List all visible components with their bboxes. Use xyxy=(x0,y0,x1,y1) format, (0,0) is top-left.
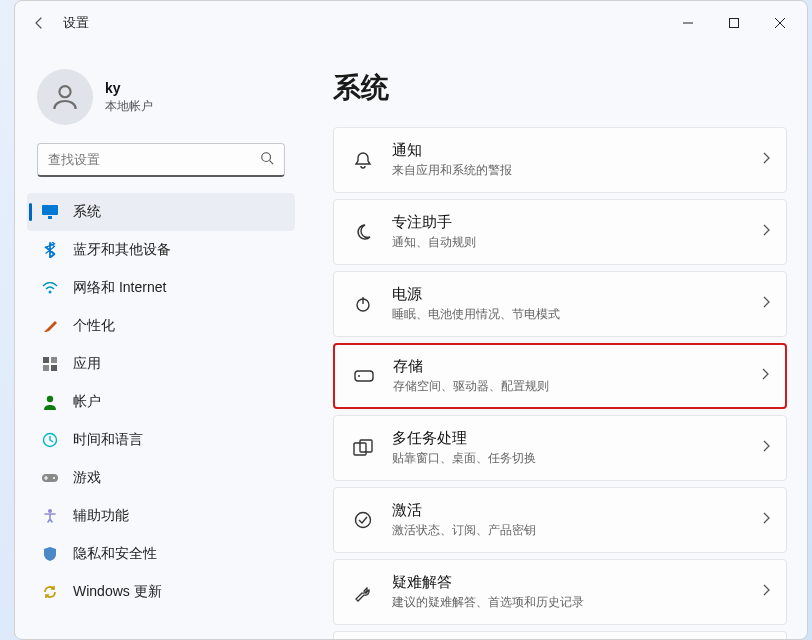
sidebar-item-label: 游戏 xyxy=(73,469,101,487)
svg-point-3 xyxy=(262,152,271,161)
sidebar-item-system[interactable]: 系统 xyxy=(27,193,295,231)
setting-title: 存储 xyxy=(393,357,743,376)
svg-point-20 xyxy=(358,375,360,377)
sidebar-item-label: 辅助功能 xyxy=(73,507,129,525)
chevron-right-icon xyxy=(762,439,770,457)
sidebar-item-label: 网络和 Internet xyxy=(73,279,166,297)
svg-rect-8 xyxy=(43,357,49,363)
svg-rect-19 xyxy=(355,371,373,381)
setting-row-storage[interactable]: 存储 存储空间、驱动器、配置规则 xyxy=(333,343,787,409)
setting-row-activation[interactable]: 激活 激活状态、订阅、产品密钥 xyxy=(333,487,787,553)
profile-subtitle: 本地帐户 xyxy=(105,98,153,115)
sidebar-item-label: Windows 更新 xyxy=(73,583,162,601)
svg-point-23 xyxy=(356,513,371,528)
titlebar: 设置 xyxy=(15,1,807,45)
settings-window: 设置 ky 本地帐户 xyxy=(14,0,808,640)
setting-subtitle: 通知、自动规则 xyxy=(392,234,744,251)
svg-point-15 xyxy=(53,477,55,479)
close-button[interactable] xyxy=(757,8,803,38)
person-icon xyxy=(41,393,59,411)
chevron-right-icon xyxy=(762,583,770,601)
sidebar-item-label: 时间和语言 xyxy=(73,431,143,449)
chevron-right-icon xyxy=(761,367,769,385)
setting-subtitle: 存储空间、驱动器、配置规则 xyxy=(393,378,743,395)
sidebar-item-accessibility[interactable]: 辅助功能 xyxy=(27,497,295,535)
setting-subtitle: 来自应用和系统的警报 xyxy=(392,162,744,179)
svg-point-12 xyxy=(47,396,53,402)
sidebar-item-gaming[interactable]: 游戏 xyxy=(27,459,295,497)
chevron-right-icon xyxy=(762,511,770,529)
search-icon xyxy=(260,151,274,169)
settings-list: 通知 来自应用和系统的警报 专注助手 通知、自动规则 xyxy=(333,127,787,639)
sidebar-item-label: 个性化 xyxy=(73,317,115,335)
svg-rect-5 xyxy=(42,205,58,215)
chevron-right-icon xyxy=(762,151,770,169)
setting-subtitle: 激活状态、订阅、产品密钥 xyxy=(392,522,744,539)
main-panel: 系统 通知 来自应用和系统的警报 xyxy=(303,45,807,639)
setting-title: 疑难解答 xyxy=(392,573,744,592)
svg-line-4 xyxy=(270,160,274,164)
sidebar-item-bluetooth[interactable]: 蓝牙和其他设备 xyxy=(27,231,295,269)
sidebar-item-apps[interactable]: 应用 xyxy=(27,345,295,383)
bluetooth-icon xyxy=(41,241,59,259)
sidebar-item-update[interactable]: Windows 更新 xyxy=(27,573,295,611)
svg-rect-11 xyxy=(51,365,57,371)
search-box[interactable] xyxy=(37,143,285,177)
setting-title: 激活 xyxy=(392,501,744,520)
page-title: 系统 xyxy=(333,69,787,107)
monitor-icon xyxy=(41,203,59,221)
wifi-icon xyxy=(41,279,59,297)
svg-point-2 xyxy=(59,86,70,97)
sidebar-item-accounts[interactable]: 帐户 xyxy=(27,383,295,421)
clock-globe-icon xyxy=(41,431,59,449)
sidebar-item-label: 隐私和安全性 xyxy=(73,545,157,563)
svg-rect-10 xyxy=(43,365,49,371)
sidebar-item-network[interactable]: 网络和 Internet xyxy=(27,269,295,307)
paintbrush-icon xyxy=(41,317,59,335)
setting-row-troubleshoot[interactable]: 疑难解答 建议的疑难解答、首选项和历史记录 xyxy=(333,559,787,625)
moon-icon xyxy=(352,222,374,242)
window-controls xyxy=(665,8,803,38)
shield-icon xyxy=(41,545,59,563)
wrench-icon xyxy=(352,582,374,602)
gamepad-icon xyxy=(41,469,59,487)
minimize-button[interactable] xyxy=(665,8,711,38)
nav-list: 系统 蓝牙和其他设备 网络和 Internet xyxy=(27,193,295,611)
storage-icon xyxy=(353,370,375,382)
sidebar-item-personalization[interactable]: 个性化 xyxy=(27,307,295,345)
power-icon xyxy=(352,294,374,314)
search-input[interactable] xyxy=(48,152,260,167)
setting-row-notifications[interactable]: 通知 来自应用和系统的警报 xyxy=(333,127,787,193)
sidebar-item-label: 应用 xyxy=(73,355,101,373)
sidebar-item-label: 帐户 xyxy=(73,393,101,411)
chevron-right-icon xyxy=(762,295,770,313)
profile-name: ky xyxy=(105,80,153,96)
back-button[interactable] xyxy=(19,3,59,43)
profile-block[interactable]: ky 本地帐户 xyxy=(27,61,295,143)
setting-title: 通知 xyxy=(392,141,744,160)
setting-subtitle: 贴靠窗口、桌面、任务切换 xyxy=(392,450,744,467)
multitask-icon xyxy=(352,439,374,457)
sidebar-item-label: 蓝牙和其他设备 xyxy=(73,241,171,259)
setting-row-focus[interactable]: 专注助手 通知、自动规则 xyxy=(333,199,787,265)
chevron-right-icon xyxy=(762,223,770,241)
setting-row-power[interactable]: 电源 睡眠、电池使用情况、节电模式 xyxy=(333,271,787,337)
sidebar-item-time[interactable]: 时间和语言 xyxy=(27,421,295,459)
setting-title: 电源 xyxy=(392,285,744,304)
setting-title: 专注助手 xyxy=(392,213,744,232)
check-circle-icon xyxy=(352,510,374,530)
sidebar-item-privacy[interactable]: 隐私和安全性 xyxy=(27,535,295,573)
svg-rect-1 xyxy=(730,19,739,28)
setting-row-multitask[interactable]: 多任务处理 贴靠窗口、桌面、任务切换 xyxy=(333,415,787,481)
apps-icon xyxy=(41,355,59,373)
accessibility-icon xyxy=(41,507,59,525)
maximize-button[interactable] xyxy=(711,8,757,38)
setting-subtitle: 建议的疑难解答、首选项和历史记录 xyxy=(392,594,744,611)
svg-point-16 xyxy=(48,509,52,513)
window-title: 设置 xyxy=(63,14,89,32)
setting-row-recovery[interactable]: 恢复 xyxy=(333,631,787,639)
avatar xyxy=(37,69,93,125)
svg-rect-6 xyxy=(48,216,52,219)
bell-icon xyxy=(352,150,374,170)
sidebar: ky 本地帐户 系统 xyxy=(15,45,303,639)
